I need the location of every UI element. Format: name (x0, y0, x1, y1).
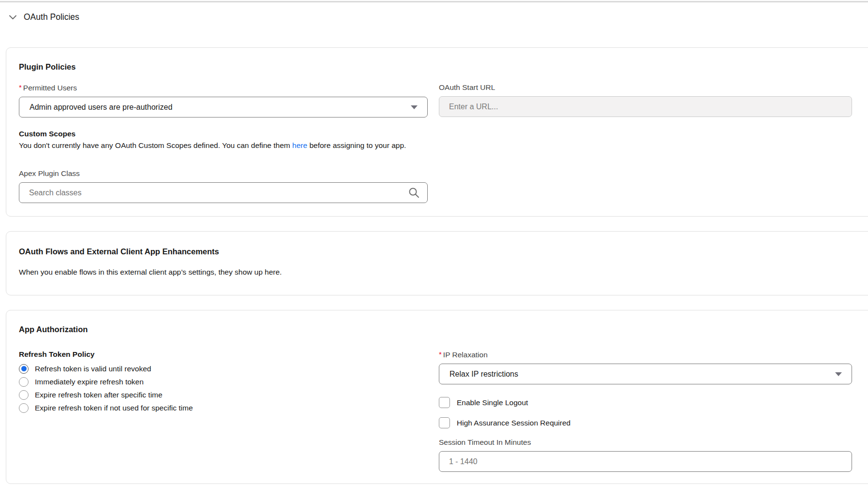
ip-relaxation-select[interactable]: Relax IP restrictions (439, 364, 852, 384)
permitted-users-label: *Permitted Users (19, 83, 428, 92)
checkbox-icon (439, 417, 450, 428)
enable-single-logout-checkbox[interactable]: Enable Single Logout (439, 397, 852, 408)
permitted-users-select[interactable]: Admin approved users are pre-authorized (19, 97, 428, 117)
ip-relaxation-value: Relax IP restrictions (449, 370, 835, 379)
custom-scopes-heading: Custom Scopes (19, 130, 868, 138)
section-title: OAuth Policies (24, 12, 79, 22)
oauth-flows-description: When you enable flows in this external c… (19, 267, 868, 278)
checkbox-icon (439, 397, 450, 408)
plugin-policies-heading: Plugin Policies (19, 62, 868, 72)
ip-relaxation-label: *IP Relaxation (439, 350, 852, 359)
apex-plugin-class-search (19, 182, 428, 203)
oauth-start-url-input[interactable] (439, 96, 852, 117)
permitted-users-value: Admin approved users are pre-authorized (30, 103, 411, 112)
high-assurance-session-checkbox[interactable]: High Assurance Session Required (439, 417, 852, 428)
radio-immediately-expire[interactable]: Immediately expire refresh token (19, 375, 428, 388)
apex-plugin-class-search-input[interactable] (19, 182, 428, 203)
radio-expire-after-specific-time[interactable]: Expire refresh token after specific time (19, 388, 428, 401)
apex-plugin-class-label: Apex Plugin Class (19, 169, 868, 178)
app-authorization-card: App Authorization Refresh Token Policy R… (6, 310, 868, 484)
refresh-token-policy-group: Refresh Token Policy Refresh token is va… (19, 350, 428, 472)
oauth-flows-card: OAuth Flows and External Client App Enha… (6, 231, 868, 295)
custom-scopes-here-link[interactable]: here (292, 141, 307, 149)
app-authorization-heading: App Authorization (19, 325, 868, 334)
custom-scopes-text: You don't currently have any OAuth Custo… (19, 140, 868, 151)
radio-button-icon (19, 364, 29, 374)
radio-button-icon (19, 377, 29, 387)
oauth-start-url-field: OAuth Start URL (439, 83, 852, 117)
radio-expire-if-not-used[interactable]: Expire refresh token if not used for spe… (19, 401, 428, 414)
permitted-users-field: *Permitted Users Admin approved users ar… (19, 83, 428, 117)
oauth-policies-section-header[interactable]: OAuth Policies (8, 12, 868, 22)
required-asterisk: * (439, 350, 442, 358)
session-timeout-input[interactable] (439, 451, 852, 472)
dropdown-caret-icon (411, 105, 418, 109)
refresh-token-policy-label: Refresh Token Policy (19, 350, 428, 359)
app-authorization-right-column: *IP Relaxation Relax IP restrictions Ena… (439, 350, 852, 472)
session-timeout-label: Session Timeout In Minutes (439, 438, 852, 447)
oauth-flows-heading: OAuth Flows and External Client App Enha… (19, 247, 868, 256)
radio-button-icon (19, 390, 29, 400)
plugin-policies-card: Plugin Policies *Permitted Users Admin a… (6, 47, 868, 217)
radio-button-icon (19, 403, 29, 413)
oauth-start-url-label: OAuth Start URL (439, 83, 852, 92)
dropdown-caret-icon (835, 372, 842, 376)
chevron-down-icon[interactable] (8, 13, 17, 22)
radio-refresh-token-valid-until-revoked[interactable]: Refresh token is valid until revoked (19, 362, 428, 375)
top-divider (0, 1, 868, 2)
required-asterisk: * (19, 83, 22, 91)
